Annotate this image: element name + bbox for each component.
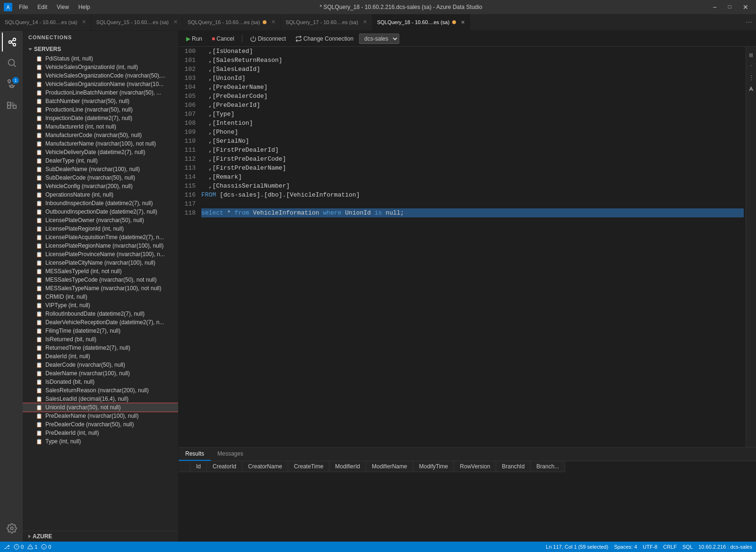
- list-item[interactable]: 📋MESSalesTypeCode (nvarchar(50), not nul…: [23, 276, 178, 284]
- list-item[interactable]: 📋MESSalesTypeName (nvarchar(100), not nu…: [23, 284, 178, 293]
- status-language[interactable]: SQL: [682, 544, 693, 550]
- tab-sqlquery17[interactable]: SQLQuery_17 - 10.60....es (sa) ✕: [281, 14, 372, 30]
- unionid-item[interactable]: 📋UnionId (varchar(50), not null): [23, 403, 178, 412]
- list-item[interactable]: 📋DealerId (int, null): [23, 352, 178, 361]
- tab-layout-button[interactable]: ⋯: [742, 14, 756, 30]
- results-content[interactable]: Id CreatorId CreatorName CreateTime Modi…: [179, 461, 756, 542]
- list-item[interactable]: 📋OutboundInspectionDate (datetime2(7), n…: [23, 207, 178, 216]
- list-item[interactable]: 📋RolloutInboundDate (datetime2(7), null): [23, 310, 178, 318]
- split-button[interactable]: ⬝: [747, 62, 756, 70]
- activity-search[interactable]: [2, 53, 21, 72]
- list-item[interactable]: 📋IsReturned (bit, null): [23, 335, 178, 344]
- tab-close-icon[interactable]: ✕: [173, 19, 178, 25]
- svg-rect-14: [8, 105, 10, 108]
- list-item[interactable]: 📋DealerVehicleReceptionDate (datetime2(7…: [23, 318, 178, 327]
- tab-close-icon[interactable]: ✕: [271, 19, 275, 25]
- column-icon: 📋: [36, 388, 43, 394]
- list-item[interactable]: 📋PreDealerName (nvarchar(100), null): [23, 412, 178, 420]
- list-item[interactable]: 📋SubDealerName (nvarchar(100), null): [23, 165, 178, 173]
- list-item[interactable]: 📋ManufacturerName (nvarchar(100), not nu…: [23, 139, 178, 148]
- item-label: InspectionDate (datetime2(7), null): [45, 115, 132, 121]
- list-item[interactable]: 📋PdiStatus (int, null): [23, 54, 178, 63]
- list-item[interactable]: 📋FilingTime (datetime2(7), null): [23, 327, 178, 335]
- results-tab-results[interactable]: Results: [179, 448, 211, 461]
- list-item[interactable]: 📋LicensePlateRegionId (int, null): [23, 224, 178, 233]
- list-item[interactable]: 📋LicensePlateProvinceName (nvarchar(100)…: [23, 250, 178, 259]
- list-item[interactable]: 📋LicensePlateAcquisitionTime (datetime2(…: [23, 233, 178, 242]
- column-icon: 📋: [36, 285, 43, 292]
- tab-close-icon[interactable]: ✕: [363, 19, 367, 25]
- activity-connections[interactable]: [2, 33, 21, 52]
- list-item[interactable]: 📋SalesReturnReason (nvarchar(200), null): [23, 386, 178, 395]
- list-item[interactable]: 📋PreDealerId (int, null): [23, 429, 178, 437]
- minimize-button[interactable]: −: [709, 2, 721, 12]
- list-item[interactable]: 📋DealerType (int, null): [23, 156, 178, 165]
- list-item[interactable]: 📋MESSalesTypeId (int, not null): [23, 267, 178, 276]
- menu-file[interactable]: File: [16, 3, 31, 11]
- list-item[interactable]: 📋LicensePlateOwner (nvarchar(50), null): [23, 216, 178, 224]
- list-item[interactable]: 📋VIPType (int, null): [23, 301, 178, 310]
- cancel-icon: ■: [212, 35, 215, 42]
- run-button[interactable]: ▶ Run: [182, 34, 206, 43]
- results-tab-messages[interactable]: Messages: [211, 448, 250, 461]
- fold-button[interactable]: ⮝: [747, 85, 756, 93]
- tab-sqlquery18[interactable]: SQLQuery_18 - 10.60....es (sa) ✕: [372, 14, 470, 30]
- status-errors[interactable]: 0: [14, 544, 24, 550]
- status-spaces[interactable]: Spaces: 4: [614, 544, 637, 550]
- tab-close-icon[interactable]: ✕: [82, 19, 86, 25]
- list-item[interactable]: 📋VehicleSalesOrganizationCode (nvarchar(…: [23, 71, 178, 80]
- list-item[interactable]: 📋VehicleDeliveryDate (datetime2(7), null…: [23, 148, 178, 156]
- tab-sqlquery15[interactable]: SQLQuery_15 - 10.60....es (sa) ✕: [91, 14, 182, 30]
- list-item[interactable]: 📋IsDonated (bit, null): [23, 378, 178, 386]
- status-info[interactable]: 0: [41, 544, 51, 550]
- list-item[interactable]: 📋ReturnedTime (datetime2(7), null): [23, 344, 178, 352]
- list-item[interactable]: 📋DealerName (nvarchar(100), null): [23, 369, 178, 378]
- disconnect-button[interactable]: Disconnect: [246, 34, 290, 43]
- list-item[interactable]: 📋ProductionLine (nvarchar(50), null): [23, 105, 178, 114]
- status-position[interactable]: Ln 117, Col 1 (59 selected): [546, 544, 608, 550]
- connection-select[interactable]: dcs-sales: [359, 34, 399, 44]
- list-item[interactable]: 📋ManufacturerCode (nvarchar(50), null): [23, 131, 178, 139]
- line-numbers: 100101102103104 105106107108109 11011111…: [179, 47, 199, 447]
- list-item[interactable]: 📋PreDealerCode (nvarchar(50), null): [23, 420, 178, 429]
- menu-edit[interactable]: Edit: [34, 3, 50, 11]
- more-button[interactable]: ⋮: [747, 73, 756, 82]
- list-item[interactable]: 📋Type (int, null): [23, 437, 178, 446]
- status-connection[interactable]: 10.60.2.216 : dcs-sales: [698, 544, 752, 550]
- activity-git[interactable]: 1: [2, 74, 21, 93]
- cancel-button[interactable]: ■ Cancel: [208, 34, 238, 43]
- status-encoding[interactable]: UTF-8: [643, 544, 657, 550]
- azure-section-header[interactable]: AZURE: [23, 531, 178, 542]
- list-item[interactable]: 📋LicensePlateCityName (nvarchar(100), nu…: [23, 259, 178, 267]
- tab-sqlquery16[interactable]: SQLQuery_16 - 10.60....es (sa) ✕: [183, 14, 281, 30]
- list-item[interactable]: 📋InspectionDate (datetime2(7), null): [23, 114, 178, 122]
- list-item[interactable]: 📋OperationsNature (int, null): [23, 190, 178, 199]
- list-item[interactable]: 📋SalesLeadId (decimal(16,4), null): [23, 395, 178, 403]
- activity-extensions[interactable]: [2, 95, 21, 114]
- menu-help[interactable]: Help: [76, 3, 93, 11]
- minimap-button[interactable]: ▤: [747, 51, 756, 59]
- list-item[interactable]: 📋VehicleSalesOrganizationName (nvarchar(…: [23, 80, 178, 88]
- list-item[interactable]: 📋ProductionLineBatchNumber (nvarchar(50)…: [23, 88, 178, 97]
- list-item[interactable]: 📋InboundInspectionDate (datetime2(7), nu…: [23, 199, 178, 207]
- servers-section-header[interactable]: SERVERS: [23, 44, 178, 54]
- list-item[interactable]: 📋CRMID (int, null): [23, 293, 178, 301]
- list-item[interactable]: 📋SubDealerCode (nvarchar(50), null): [23, 173, 178, 182]
- code-editor[interactable]: 100101102103104 105106107108109 11011111…: [179, 47, 756, 447]
- list-item[interactable]: 📋LicensePlateRegionName (nvarchar(100), …: [23, 242, 178, 250]
- list-item[interactable]: 📋BatchNumber (nvarchar(50), null): [23, 97, 178, 105]
- code-line: ,[Type]: [201, 110, 744, 119]
- list-item[interactable]: 📋ManufacturerId (int, not null): [23, 122, 178, 131]
- maximize-button[interactable]: □: [724, 2, 735, 12]
- activity-settings[interactable]: [2, 519, 21, 538]
- list-item[interactable]: 📋VehicleSalesOrganizationId (int, null): [23, 63, 178, 71]
- tab-close-icon[interactable]: ✕: [461, 19, 465, 26]
- close-button[interactable]: ✕: [739, 2, 752, 12]
- list-item[interactable]: 📋VehicleConfig (nvarchar(200), null): [23, 182, 178, 190]
- list-item[interactable]: 📋DealerCode (nvarchar(50), null): [23, 361, 178, 369]
- tab-sqlquery14[interactable]: SQLQuery_14 - 10.60....es (sa) ✕: [0, 14, 91, 30]
- change-connection-button[interactable]: Change Connection: [292, 34, 357, 43]
- status-warnings[interactable]: 1: [27, 544, 37, 550]
- status-line-ending[interactable]: CRLF: [663, 544, 677, 550]
- menu-view[interactable]: View: [54, 3, 72, 11]
